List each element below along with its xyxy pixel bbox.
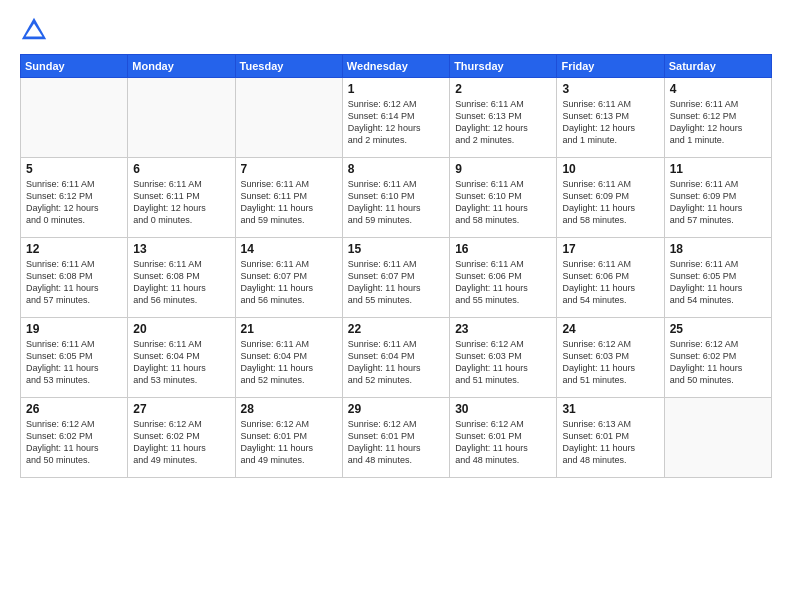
- day-info: Sunrise: 6:11 AM Sunset: 6:06 PM Dayligh…: [455, 258, 551, 307]
- calendar-cell: 14Sunrise: 6:11 AM Sunset: 6:07 PM Dayli…: [235, 238, 342, 318]
- calendar-table: SundayMondayTuesdayWednesdayThursdayFrid…: [20, 54, 772, 478]
- calendar-cell: 12Sunrise: 6:11 AM Sunset: 6:08 PM Dayli…: [21, 238, 128, 318]
- day-number: 4: [670, 82, 766, 96]
- day-info: Sunrise: 6:11 AM Sunset: 6:13 PM Dayligh…: [562, 98, 658, 147]
- calendar-cell: 21Sunrise: 6:11 AM Sunset: 6:04 PM Dayli…: [235, 318, 342, 398]
- calendar-cell: 5Sunrise: 6:11 AM Sunset: 6:12 PM Daylig…: [21, 158, 128, 238]
- day-info: Sunrise: 6:12 AM Sunset: 6:03 PM Dayligh…: [562, 338, 658, 387]
- day-info: Sunrise: 6:11 AM Sunset: 6:08 PM Dayligh…: [133, 258, 229, 307]
- calendar-body: 1Sunrise: 6:12 AM Sunset: 6:14 PM Daylig…: [21, 78, 772, 478]
- day-info: Sunrise: 6:12 AM Sunset: 6:02 PM Dayligh…: [133, 418, 229, 467]
- day-number: 26: [26, 402, 122, 416]
- logo: [20, 16, 52, 44]
- calendar-cell: 7Sunrise: 6:11 AM Sunset: 6:11 PM Daylig…: [235, 158, 342, 238]
- day-info: Sunrise: 6:11 AM Sunset: 6:05 PM Dayligh…: [26, 338, 122, 387]
- day-number: 30: [455, 402, 551, 416]
- day-number: 2: [455, 82, 551, 96]
- calendar-cell: 27Sunrise: 6:12 AM Sunset: 6:02 PM Dayli…: [128, 398, 235, 478]
- day-info: Sunrise: 6:11 AM Sunset: 6:08 PM Dayligh…: [26, 258, 122, 307]
- day-info: Sunrise: 6:11 AM Sunset: 6:04 PM Dayligh…: [348, 338, 444, 387]
- calendar-cell: 15Sunrise: 6:11 AM Sunset: 6:07 PM Dayli…: [342, 238, 449, 318]
- day-info: Sunrise: 6:11 AM Sunset: 6:10 PM Dayligh…: [348, 178, 444, 227]
- day-info: Sunrise: 6:11 AM Sunset: 6:12 PM Dayligh…: [26, 178, 122, 227]
- calendar-cell: [21, 78, 128, 158]
- day-info: Sunrise: 6:11 AM Sunset: 6:09 PM Dayligh…: [562, 178, 658, 227]
- day-number: 14: [241, 242, 337, 256]
- day-number: 22: [348, 322, 444, 336]
- day-info: Sunrise: 6:12 AM Sunset: 6:01 PM Dayligh…: [241, 418, 337, 467]
- header: [20, 16, 772, 44]
- calendar-cell: [128, 78, 235, 158]
- calendar-cell: 26Sunrise: 6:12 AM Sunset: 6:02 PM Dayli…: [21, 398, 128, 478]
- weekday-header: Wednesday: [342, 55, 449, 78]
- day-number: 24: [562, 322, 658, 336]
- calendar-week-row: 1Sunrise: 6:12 AM Sunset: 6:14 PM Daylig…: [21, 78, 772, 158]
- day-number: 18: [670, 242, 766, 256]
- page: SundayMondayTuesdayWednesdayThursdayFrid…: [0, 0, 792, 612]
- day-number: 11: [670, 162, 766, 176]
- calendar-cell: 20Sunrise: 6:11 AM Sunset: 6:04 PM Dayli…: [128, 318, 235, 398]
- calendar-cell: 1Sunrise: 6:12 AM Sunset: 6:14 PM Daylig…: [342, 78, 449, 158]
- day-number: 3: [562, 82, 658, 96]
- day-info: Sunrise: 6:12 AM Sunset: 6:14 PM Dayligh…: [348, 98, 444, 147]
- calendar-cell: 22Sunrise: 6:11 AM Sunset: 6:04 PM Dayli…: [342, 318, 449, 398]
- weekday-header: Sunday: [21, 55, 128, 78]
- calendar-cell: 25Sunrise: 6:12 AM Sunset: 6:02 PM Dayli…: [664, 318, 771, 398]
- day-number: 9: [455, 162, 551, 176]
- day-info: Sunrise: 6:11 AM Sunset: 6:07 PM Dayligh…: [241, 258, 337, 307]
- day-number: 13: [133, 242, 229, 256]
- weekday-header: Monday: [128, 55, 235, 78]
- calendar-week-row: 5Sunrise: 6:11 AM Sunset: 6:12 PM Daylig…: [21, 158, 772, 238]
- weekday-header: Tuesday: [235, 55, 342, 78]
- day-number: 23: [455, 322, 551, 336]
- day-info: Sunrise: 6:11 AM Sunset: 6:12 PM Dayligh…: [670, 98, 766, 147]
- calendar-week-row: 26Sunrise: 6:12 AM Sunset: 6:02 PM Dayli…: [21, 398, 772, 478]
- calendar-header: SundayMondayTuesdayWednesdayThursdayFrid…: [21, 55, 772, 78]
- day-info: Sunrise: 6:13 AM Sunset: 6:01 PM Dayligh…: [562, 418, 658, 467]
- day-number: 21: [241, 322, 337, 336]
- day-number: 8: [348, 162, 444, 176]
- day-number: 6: [133, 162, 229, 176]
- calendar-cell: 13Sunrise: 6:11 AM Sunset: 6:08 PM Dayli…: [128, 238, 235, 318]
- day-number: 17: [562, 242, 658, 256]
- weekday-row: SundayMondayTuesdayWednesdayThursdayFrid…: [21, 55, 772, 78]
- calendar-cell: 23Sunrise: 6:12 AM Sunset: 6:03 PM Dayli…: [450, 318, 557, 398]
- calendar-cell: 30Sunrise: 6:12 AM Sunset: 6:01 PM Dayli…: [450, 398, 557, 478]
- logo-icon: [20, 16, 48, 44]
- day-info: Sunrise: 6:11 AM Sunset: 6:06 PM Dayligh…: [562, 258, 658, 307]
- day-number: 19: [26, 322, 122, 336]
- day-number: 27: [133, 402, 229, 416]
- day-info: Sunrise: 6:12 AM Sunset: 6:02 PM Dayligh…: [670, 338, 766, 387]
- calendar-cell: 28Sunrise: 6:12 AM Sunset: 6:01 PM Dayli…: [235, 398, 342, 478]
- day-info: Sunrise: 6:11 AM Sunset: 6:05 PM Dayligh…: [670, 258, 766, 307]
- day-info: Sunrise: 6:11 AM Sunset: 6:07 PM Dayligh…: [348, 258, 444, 307]
- day-number: 15: [348, 242, 444, 256]
- calendar-cell: [664, 398, 771, 478]
- day-number: 10: [562, 162, 658, 176]
- day-number: 20: [133, 322, 229, 336]
- day-info: Sunrise: 6:11 AM Sunset: 6:11 PM Dayligh…: [241, 178, 337, 227]
- calendar-cell: 6Sunrise: 6:11 AM Sunset: 6:11 PM Daylig…: [128, 158, 235, 238]
- calendar-cell: 9Sunrise: 6:11 AM Sunset: 6:10 PM Daylig…: [450, 158, 557, 238]
- weekday-header: Thursday: [450, 55, 557, 78]
- day-info: Sunrise: 6:12 AM Sunset: 6:03 PM Dayligh…: [455, 338, 551, 387]
- day-number: 16: [455, 242, 551, 256]
- day-info: Sunrise: 6:11 AM Sunset: 6:04 PM Dayligh…: [241, 338, 337, 387]
- calendar-week-row: 19Sunrise: 6:11 AM Sunset: 6:05 PM Dayli…: [21, 318, 772, 398]
- day-number: 7: [241, 162, 337, 176]
- calendar-cell: 11Sunrise: 6:11 AM Sunset: 6:09 PM Dayli…: [664, 158, 771, 238]
- day-number: 25: [670, 322, 766, 336]
- day-number: 1: [348, 82, 444, 96]
- calendar-cell: 19Sunrise: 6:11 AM Sunset: 6:05 PM Dayli…: [21, 318, 128, 398]
- day-number: 28: [241, 402, 337, 416]
- calendar-week-row: 12Sunrise: 6:11 AM Sunset: 6:08 PM Dayli…: [21, 238, 772, 318]
- day-number: 5: [26, 162, 122, 176]
- calendar-cell: 3Sunrise: 6:11 AM Sunset: 6:13 PM Daylig…: [557, 78, 664, 158]
- calendar-cell: 4Sunrise: 6:11 AM Sunset: 6:12 PM Daylig…: [664, 78, 771, 158]
- calendar-cell: 2Sunrise: 6:11 AM Sunset: 6:13 PM Daylig…: [450, 78, 557, 158]
- weekday-header: Saturday: [664, 55, 771, 78]
- calendar-cell: 16Sunrise: 6:11 AM Sunset: 6:06 PM Dayli…: [450, 238, 557, 318]
- day-info: Sunrise: 6:12 AM Sunset: 6:01 PM Dayligh…: [455, 418, 551, 467]
- day-number: 12: [26, 242, 122, 256]
- day-info: Sunrise: 6:11 AM Sunset: 6:04 PM Dayligh…: [133, 338, 229, 387]
